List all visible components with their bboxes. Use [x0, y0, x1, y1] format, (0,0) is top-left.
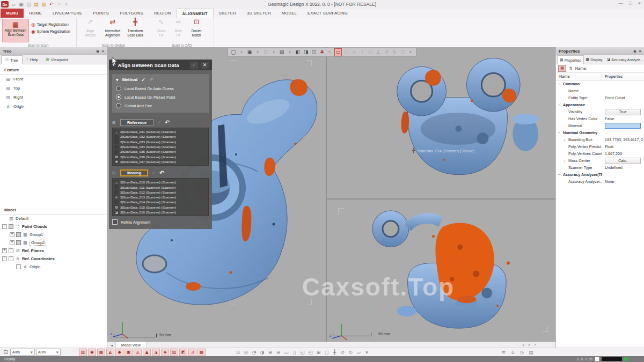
moving-undo-icon[interactable]: ↶: [159, 169, 164, 176]
tab-home[interactable]: HOME: [24, 9, 47, 18]
close-view-icon[interactable]: ×: [534, 343, 536, 347]
tab-livecapture[interactable]: LIVECAPTURE: [47, 9, 87, 18]
tab-sketch[interactable]: SKETCH: [214, 9, 241, 18]
tree-expander[interactable]: +: [2, 248, 7, 253]
sphere-registration-button[interactable]: ◉ Sphere Registration: [31, 28, 70, 35]
mode-tool-icon[interactable]: ⊿: [188, 349, 196, 356]
property-row[interactable]: Appearance: [556, 101, 644, 108]
hide-data-icon[interactable]: ◻: [262, 49, 269, 56]
snap-mode-select[interactable]: Auto▼: [10, 349, 35, 356]
property-row[interactable]: Common: [556, 80, 644, 87]
split-viewport-icon[interactable]: ◫: [310, 49, 318, 56]
history-icon[interactable]: ◷: [518, 349, 525, 356]
scroll-up-icon[interactable]: ∧: [528, 343, 531, 347]
shading-mode-icon[interactable]: ◯: [230, 49, 237, 56]
undo-selection-icon[interactable]: ↺: [383, 49, 390, 56]
restore-button[interactable]: □: [629, 1, 632, 6]
reference-undo-icon[interactable]: ↶: [165, 119, 170, 126]
scan-data-item[interactable]: 2|ScanData_035 (Scanner) (Scanner): [114, 149, 207, 154]
sort-icon[interactable]: ⇅: [569, 66, 573, 71]
tree-item-default[interactable]: ▥Default: [0, 215, 107, 223]
view-tool-icon[interactable]: ⊞: [315, 349, 322, 356]
tab-display[interactable]: ▦Display: [584, 55, 605, 64]
tree-item-right[interactable]: ⊞Right: [0, 93, 107, 102]
property-row[interactable]: Bounding Box193.7793, 193.6117, 2...: [556, 136, 644, 143]
property-row[interactable]: Entity TypePoint Cloud: [556, 94, 644, 101]
mode-tool-icon[interactable]: ▲: [143, 349, 151, 356]
radio-global-and-fine[interactable]: Global And Fine: [116, 103, 205, 108]
property-row[interactable]: Material: [556, 122, 644, 129]
quick-access-menu-icon[interactable]: ▾: [63, 1, 70, 8]
mirror-plane-icon[interactable]: ◨: [302, 49, 310, 56]
tab-3d-sketch[interactable]: 3D SKETCH: [241, 9, 276, 18]
app-logo[interactable]: Dx: [1, 1, 9, 8]
tab-polygons[interactable]: POLYGONS: [114, 9, 149, 18]
quick-fit-button[interactable]: ∿ Quick Fit: [152, 19, 170, 37]
minimize-button[interactable]: —: [618, 1, 623, 6]
property-row[interactable]: Accuracy Analyzer...None: [556, 178, 644, 185]
report-icon[interactable]: ▤: [528, 349, 535, 356]
clipping-plane-icon[interactable]: ◧: [294, 49, 302, 56]
angle-selection-icon[interactable]: ∠: [375, 49, 382, 56]
model-view-tab[interactable]: Model View: [115, 342, 147, 348]
scan-data-item[interactable]: 3|ScanData_011 (Scanner) (Scanner): [114, 184, 207, 189]
best-fit-button[interactable]: ≈ Best Fit: [170, 19, 187, 37]
align-between-scan-data-button[interactable]: ▦ Align Between Scan Data: [2, 19, 29, 42]
bottom-right-viewport[interactable]: [326, 199, 555, 342]
property-row[interactable]: Mass CenterCalc.: [556, 157, 644, 164]
viewport-vertical-divider[interactable]: [326, 47, 327, 342]
refine-alignment-checkbox[interactable]: Refine Alignment: [112, 219, 209, 225]
column-properties[interactable]: Properties: [602, 73, 644, 80]
tab-viewpoint[interactable]: ▦Viewpoint: [42, 55, 72, 64]
mode-tool-icon[interactable]: ◩: [179, 349, 187, 356]
close-panel-icon[interactable]: ×: [639, 49, 641, 54]
method-confirm-icon[interactable]: ✓: [141, 77, 145, 83]
view-tool-icon[interactable]: ▭: [283, 349, 290, 356]
tree-item-group2[interactable]: +▩Group2: [0, 239, 107, 247]
mode-tool-icon[interactable]: ▨: [170, 349, 178, 356]
scan-data-item[interactable]: △2|ScanData_031 (Scanner) (Scanner): [114, 129, 207, 134]
dialog-apply-icon[interactable]: ✓: [190, 62, 198, 69]
extra-selection-icon[interactable]: ◻: [399, 49, 406, 56]
scan-data-item[interactable]: 2|ScanData_033 (Scanner) (Scanner): [114, 139, 207, 144]
scan-data-item[interactable]: 3|ScanData_012 (Scanner) (Scanner): [114, 190, 207, 195]
moving-scan-list[interactable]: △3|ScanData_010 (Scanner) (Scanner)3|Sca…: [112, 178, 209, 216]
save-icon[interactable]: ▣: [18, 1, 25, 8]
tab-properties[interactable]: ▤Properties: [557, 55, 584, 64]
tab-exact-surfacing[interactable]: EXACT SURFACING: [302, 9, 353, 18]
reference-scan-list[interactable]: △2|ScanData_031 (Scanner) (Scanner)2|Sca…: [112, 128, 209, 166]
visibility-checkbox[interactable]: [9, 256, 13, 261]
tab-points[interactable]: POINTS: [87, 9, 114, 18]
polygon-selection-icon[interactable]: ◇: [350, 49, 358, 56]
property-row[interactable]: Has Vertex ColorFalse: [556, 115, 644, 122]
property-row[interactable]: Poly-Vertex Precisi...Float: [556, 143, 644, 150]
scan-data-item[interactable]: 3|ScanData_014 (Scanner) (Scanner): [114, 200, 207, 204]
selection-more-icon[interactable]: ▾: [407, 49, 414, 56]
tree-item-group1[interactable]: +▩Group1: [0, 231, 107, 239]
column-name[interactable]: Name: [556, 73, 602, 80]
interactive-alignment-button[interactable]: ⇄ Interactive Alignment: [101, 19, 124, 37]
home-view-icon[interactable]: ⌂: [509, 349, 516, 356]
visibility-checkbox[interactable]: [9, 224, 13, 229]
line-selection-icon[interactable]: ∕: [358, 49, 366, 56]
property-row[interactable]: Name: [556, 87, 644, 94]
tab-accuracy-analyzer[interactable]: ◪Accuracy Analyze...: [605, 55, 644, 64]
mode-tool-icon[interactable]: ◉: [88, 349, 96, 356]
shading-dropdown-icon[interactable]: ▾: [238, 49, 245, 56]
tree-item-ref-coordinates[interactable]: -⋔Ref. Coordinates: [0, 255, 107, 263]
viewport-horizontal-divider[interactable]: [327, 198, 555, 200]
moving-button[interactable]: Moving: [120, 169, 148, 176]
paint-selection-icon[interactable]: ○: [367, 49, 374, 56]
visibility-checkbox[interactable]: [9, 248, 13, 253]
section-expander-icon[interactable]: ⊟: [112, 121, 116, 125]
mode-tool-icon[interactable]: ◈: [161, 349, 169, 356]
redo-selection-icon[interactable]: ↻: [391, 49, 398, 56]
mode-tool-icon[interactable]: ◮: [152, 349, 160, 356]
radio-local-picked-point[interactable]: Local Based On Picked Point: [116, 94, 205, 100]
view-tool-icon[interactable]: ◱: [299, 349, 306, 356]
datum-match-button[interactable]: ⊡ Datum Match: [187, 19, 206, 37]
property-row[interactable]: Scanner TypeUndefined: [556, 164, 644, 171]
view-tool-icon[interactable]: ▱: [355, 349, 362, 356]
tree-item-origin[interactable]: ⋔Origin: [0, 102, 107, 111]
units-select[interactable]: Auto▼: [36, 349, 61, 356]
